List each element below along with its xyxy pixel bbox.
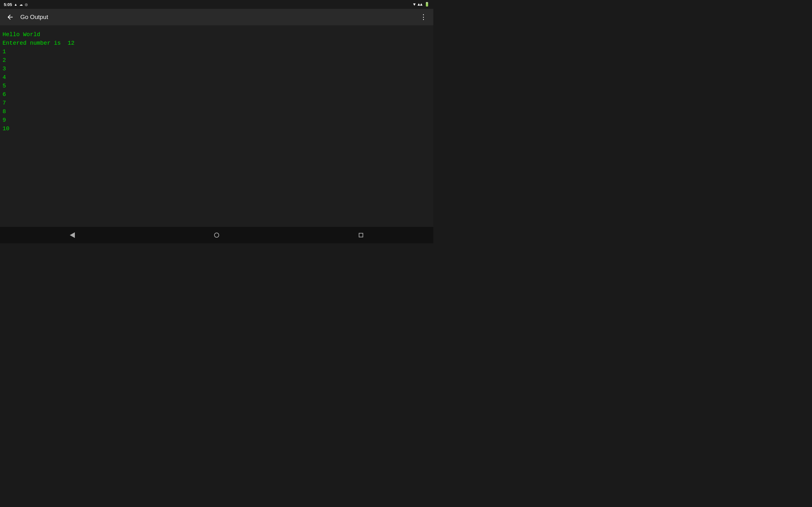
output-line: Hello World	[3, 31, 431, 39]
back-button[interactable]	[3, 11, 18, 23]
status-time: 5:05	[4, 2, 12, 7]
nav-home-icon	[214, 233, 219, 238]
status-icon-a: ▲	[14, 3, 17, 6]
output-line: 10	[3, 124, 431, 133]
output-line: 6	[3, 90, 431, 99]
overflow-menu-button[interactable]: ⋮	[416, 10, 431, 24]
output-line: 3	[3, 65, 431, 73]
output-line: 8	[3, 107, 431, 116]
output-line: 1	[3, 48, 431, 56]
wifi-icon: ▼	[413, 2, 416, 7]
signal-icon: ▲▲	[417, 2, 422, 7]
output-line: 7	[3, 99, 431, 107]
output-line: 9	[3, 116, 431, 124]
output-line: 5	[3, 82, 431, 90]
nav-recents-icon	[359, 233, 363, 237]
status-bar: 5:05 ▲ ☁ ◎ ▼ ▲▲ 🔋	[0, 0, 433, 9]
status-icon-circle: ◎	[25, 3, 28, 7]
nav-back-icon	[70, 232, 75, 238]
output-line: Entered number is 12	[3, 39, 431, 48]
battery-icon: 🔋	[424, 2, 429, 7]
nav-bar	[0, 227, 433, 243]
status-bar-right: ▼ ▲▲ 🔋	[413, 2, 429, 7]
status-bar-left: 5:05 ▲ ☁ ◎	[4, 2, 28, 7]
app-bar: Go Output ⋮	[0, 9, 433, 25]
output-area: Hello WorldEntered number is 12123456789…	[0, 25, 433, 227]
output-line: 2	[3, 56, 431, 65]
nav-back-button[interactable]	[63, 229, 82, 241]
nav-home-button[interactable]	[207, 229, 226, 241]
status-icon-cloud: ☁	[19, 3, 23, 7]
app-title: Go Output	[20, 14, 416, 20]
output-line: 4	[3, 73, 431, 82]
nav-recents-button[interactable]	[351, 229, 370, 241]
back-arrow-icon	[6, 13, 14, 21]
